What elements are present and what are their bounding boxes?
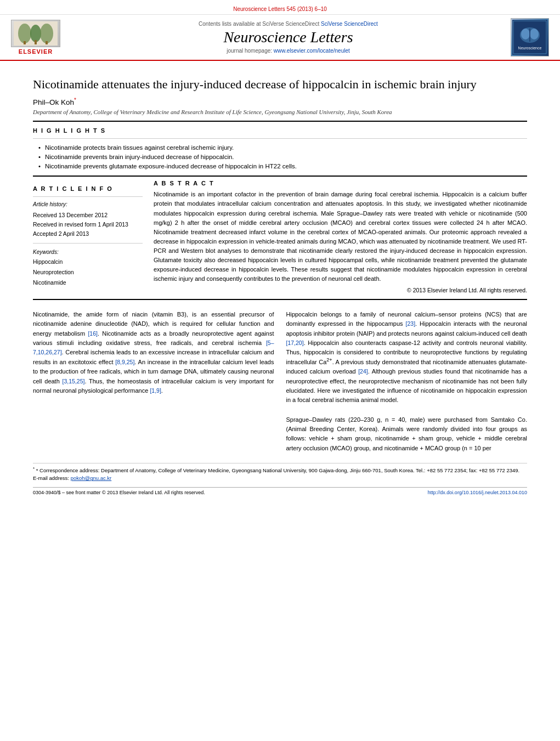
journal-logo-area: Neuroscience [511,18,555,56]
author-name: Phil–Ok Koh* [33,98,527,106]
highlight-item-2: Nicotinamide prevents brain injury-induc… [38,152,527,162]
copyright: © 2013 Elsevier Ireland Ltd. All rights … [154,287,527,293]
keywords-label: Keywords: [33,249,143,255]
ref-24: [24] [358,368,368,375]
revised-date: Received in revised form 1 April 2013 [33,220,143,229]
info-abstract-section: A R T I C L E I N F O Article history: R… [33,180,527,293]
svg-text:Neuroscience: Neuroscience [518,46,542,50]
journal-logo-image: Neuroscience [511,18,549,56]
keyword-3: Nicotinamide [33,278,143,288]
body-section: Nicotinamide, the amide form of niacin (… [33,310,527,453]
svg-point-2 [30,25,41,42]
svg-point-1 [18,24,31,43]
highlights-label: H I G H L I G H T S [33,127,527,134]
divider-thick [33,121,527,122]
body-col-2: Hippocalcin belongs to a family of neuro… [286,310,528,453]
ref-23: [23] [406,320,416,327]
footnote-text: * * Correspondence address: Department o… [33,467,527,474]
ref-1-9: [1,9] [150,387,161,394]
header-top: Neuroscience Letters 545 (2013) 6–10 [0,0,560,15]
svg-point-3 [40,24,53,43]
footnote-section: * * Correspondence address: Department o… [33,463,527,483]
svg-point-10 [521,29,530,39]
footer-issn: 0304-3940/$ – see front matter © 2013 El… [33,490,205,495]
elsevier-logo-image [11,20,60,47]
keywords-divider [33,243,143,244]
history-label: Article history: [33,201,143,207]
abstract-text: Nicotinamide is an important cofactor in… [154,190,527,283]
svg-rect-6 [46,41,48,44]
email-footnote: E-mail address: pokoh@gnu.ac.kr [33,474,527,482]
elsevier-logo: ELSEVIER [5,20,66,55]
journal-ref: Neuroscience Letters 545 (2013) 6–10 [233,6,327,12]
header-center: Contents lists available at SciVerse Sci… [66,21,511,54]
highlights-list: Nicotinamide protects brain tissues agai… [33,143,527,172]
highlights-divider [33,138,527,139]
body-col1-text: Nicotinamide, the amide form of niacin (… [33,310,274,395]
svg-point-11 [530,29,539,39]
accepted-date: Accepted 2 April 2013 [33,229,143,239]
keywords-list: Hippocalcin Neuroprotection Nicotinamide [33,257,143,288]
body-col2-text-2: Sprague–Dawley rats (220–230 g, n = 40, … [286,415,528,454]
header-banner: ELSEVIER Contents lists available at Sci… [0,15,560,61]
sciverse-link[interactable]: SciVerse ScienceDirect [321,21,378,27]
email-link[interactable]: pokoh@gnu.ac.kr [71,475,112,481]
body-divider [33,299,527,300]
abstract-label: A B S T R A C T [154,180,527,186]
keyword-2: Neuroprotection [33,267,143,278]
svg-rect-4 [24,41,26,44]
affiliation: Department of Anatomy, College of Veteri… [33,109,527,115]
info-divider [33,196,143,197]
ref-8-9: [8,9,25] [115,359,134,365]
article-info-label: A R T I C L E I N F O [33,185,143,192]
body-col-1: Nicotinamide, the amide form of niacin (… [33,310,274,453]
sciverse-text: Contents lists available at SciVerse Sci… [66,21,511,27]
body-col2-text: Hippocalcin belongs to a family of neuro… [286,310,528,405]
journal-title: Neuroscience Letters [66,28,511,47]
elsevier-logo-area: ELSEVIER [5,20,66,55]
homepage-url[interactable]: www.elsevier.com/locate/neulet [274,48,350,54]
elsevier-text: ELSEVIER [19,48,53,55]
abstract-col: A B S T R A C T Nicotinamide is an impor… [154,180,527,293]
footer-doi[interactable]: http://dx.doi.org/10.1016/j.neulet.2013.… [428,490,527,495]
highlight-item-3: Nicotinamide prevents glutamate exposure… [38,162,527,171]
page: Neuroscience Letters 545 (2013) 6–10 [0,0,560,741]
homepage: journal homepage: www.elsevier.com/locat… [66,48,511,54]
ref-16: [16] [88,330,98,337]
svg-rect-5 [35,40,37,44]
ref-5-7: [5–7,10,26,27] [33,340,274,355]
highlight-item-1: Nicotinamide protects brain tissues agai… [38,143,527,152]
keyword-1: Hippocalcin [33,257,143,267]
article-info-col: A R T I C L E I N F O Article history: R… [33,180,143,293]
footer-bar: 0304-3940/$ – see front matter © 2013 El… [33,487,527,495]
ref-17-20: [17,20] [286,340,304,346]
article-body: Nicotinamide attenuates the injury-induc… [0,61,560,506]
divider-thick-2 [33,176,527,177]
received-date: Received 13 December 2012 [33,211,143,220]
article-title: Nicotinamide attenuates the injury-induc… [33,76,527,93]
ref-3-15: [3,15,25] [63,378,85,384]
